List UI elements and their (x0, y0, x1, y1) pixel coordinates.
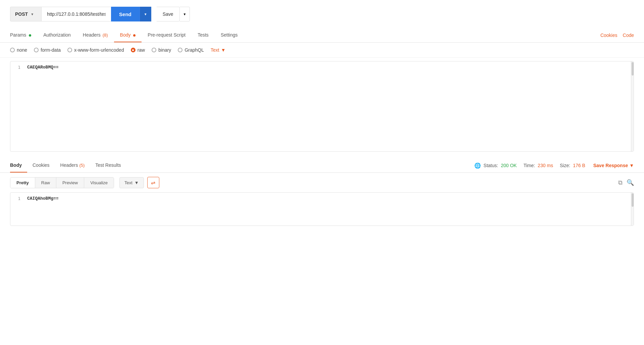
tab-right-links: Cookies Code (600, 33, 634, 38)
headers-response-badge: (5) (79, 163, 85, 168)
tab-body[interactable]: Body (114, 28, 142, 42)
view-tab-raw[interactable]: Raw (35, 178, 56, 188)
response-line-content-1: CAIQAhoBMg== (27, 196, 59, 201)
tab-pre-request-script[interactable]: Pre-request Script (142, 28, 192, 42)
tab-tests[interactable]: Tests (192, 28, 215, 42)
view-tab-pretty[interactable]: Pretty (10, 178, 35, 188)
request-body-editor[interactable]: 1 CAEQARoBMQ== (10, 61, 634, 152)
status-label: Status: (484, 163, 498, 168)
radio-binary[interactable]: binary (152, 47, 171, 53)
radio-none[interactable]: none (10, 47, 27, 53)
wrap-button[interactable]: ⇌ (147, 177, 159, 188)
radio-urlencoded-circle (67, 48, 72, 52)
save-dropdown-button[interactable]: ▼ (180, 7, 190, 21)
response-editor-scrollbar[interactable] (631, 193, 634, 226)
radio-raw-circle (131, 48, 136, 52)
code-link[interactable]: Code (623, 33, 634, 38)
globe-icon: 🌐 (474, 162, 481, 169)
view-tabs: Pretty Raw Preview Visualize (10, 177, 114, 188)
radio-none-circle (10, 48, 15, 52)
scrollbar-thumb (632, 62, 634, 76)
response-body-toolbar: Pretty Raw Preview Visualize Text ▼ ⇌ ⧉ … (0, 173, 644, 192)
format-dropdown[interactable]: Text ▼ (211, 47, 226, 53)
tab-authorization[interactable]: Authorization (37, 28, 77, 42)
method-select[interactable]: POST ▼ (10, 7, 41, 21)
view-tab-visualize[interactable]: Visualize (84, 178, 114, 188)
params-dot (29, 34, 31, 37)
response-tab-test-results[interactable]: Test Results (90, 158, 126, 172)
response-tabs-bar: Body Cookies Headers (5) Test Results 🌐 … (0, 158, 644, 173)
size-label: Size: (560, 163, 570, 168)
body-options: none form-data x-www-form-urlencoded raw… (0, 43, 644, 58)
send-group: POST ▼ Send ▼ (10, 7, 151, 21)
app-container: POST ▼ Send ▼ Save ▼ Params Authorizatio… (0, 0, 644, 345)
response-code-line-1: 1 CAIQAhoBMg== (10, 193, 634, 204)
format-dropdown-arrow: ▼ (221, 47, 226, 53)
save-button[interactable]: Save (157, 7, 180, 21)
time-value: 230 ms (538, 163, 553, 168)
method-dropdown-arrow: ▼ (31, 12, 34, 16)
line-number-1: 1 (10, 65, 27, 70)
response-format-arrow: ▼ (135, 180, 139, 185)
send-dropdown-button[interactable]: ▼ (140, 7, 151, 21)
tab-settings[interactable]: Settings (215, 28, 244, 42)
url-bar: POST ▼ Send ▼ Save ▼ (10, 7, 637, 28)
radio-raw[interactable]: raw (131, 47, 145, 53)
format-label: Text (211, 47, 219, 53)
send-button[interactable]: Send (111, 7, 140, 21)
radio-urlencoded[interactable]: x-www-form-urlencoded (67, 47, 124, 53)
line-content-1: CAEQARoBMQ== (27, 65, 59, 70)
radio-form-data-circle (34, 48, 39, 52)
view-tab-preview[interactable]: Preview (56, 178, 84, 188)
response-scrollbar-thumb (632, 193, 634, 207)
tab-headers[interactable]: Headers (8) (77, 28, 114, 42)
size-value: 176 B (573, 163, 585, 168)
method-label: POST (15, 11, 28, 17)
search-icon[interactable]: 🔍 (627, 179, 634, 186)
response-format-label: Text (124, 180, 132, 185)
response-code-editor: 1 CAIQAhoBMg== (10, 192, 634, 226)
save-response-button[interactable]: Save Response ▼ (593, 163, 634, 168)
save-response-arrow: ▼ (629, 163, 634, 168)
url-input[interactable] (41, 7, 111, 21)
radio-graphql-circle (178, 48, 182, 52)
tab-params[interactable]: Params (10, 28, 37, 42)
wrap-icon: ⇌ (151, 180, 155, 186)
response-format-dropdown[interactable]: Text ▼ (119, 177, 144, 188)
response-meta: 🌐 Status: 200 OK Time: 230 ms Size: 176 … (474, 162, 634, 169)
code-line-1: 1 CAEQARoBMQ== (10, 61, 634, 73)
body-dot (133, 34, 136, 37)
toolbar-icons-right: ⧉ 🔍 (618, 179, 634, 186)
cookies-link[interactable]: Cookies (600, 33, 618, 38)
copy-icon[interactable]: ⧉ (618, 179, 623, 186)
save-group: Save ▼ (154, 7, 190, 21)
headers-badge: (8) (103, 33, 108, 38)
radio-binary-circle (152, 48, 156, 52)
status-value: 200 OK (501, 163, 517, 168)
response-tab-cookies[interactable]: Cookies (27, 158, 55, 172)
radio-form-data[interactable]: form-data (34, 47, 61, 53)
radio-graphql[interactable]: GraphQL (178, 47, 204, 53)
response-tab-body[interactable]: Body (10, 158, 27, 172)
editor-scrollbar[interactable] (631, 61, 634, 151)
response-tab-headers[interactable]: Headers (5) (55, 158, 90, 172)
request-tabs-bar: Params Authorization Headers (8) Body Pr… (0, 28, 644, 43)
time-label: Time: (524, 163, 535, 168)
response-line-number-1: 1 (10, 196, 27, 201)
